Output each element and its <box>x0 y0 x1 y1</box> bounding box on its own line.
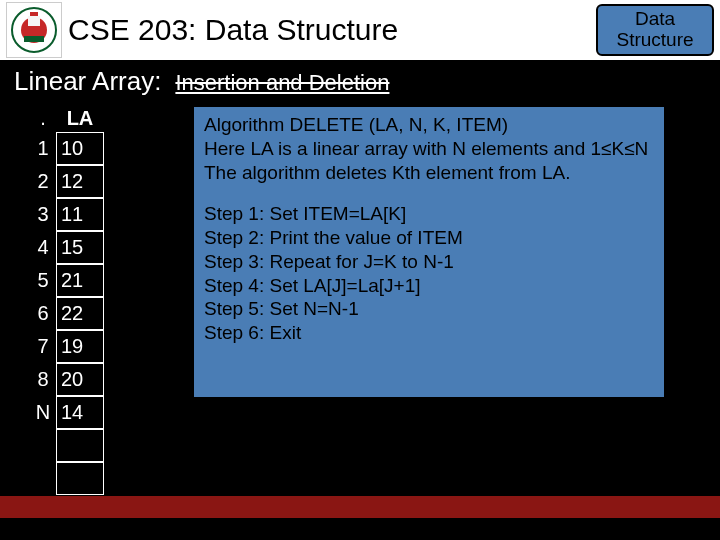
table-row: 6 22 <box>30 297 104 330</box>
algo-step: Step 1: Set ITEM=LA[K] <box>204 202 654 226</box>
value-cell: 10 <box>56 132 104 165</box>
content-area: . LA 1 10 2 12 3 11 4 15 5 21 6 22 7 19 <box>0 101 720 495</box>
index-cell: 4 <box>30 231 56 264</box>
index-cell <box>30 429 56 462</box>
index-cell: 8 <box>30 363 56 396</box>
index-cell: 3 <box>30 198 56 231</box>
index-cell: 7 <box>30 330 56 363</box>
svg-rect-4 <box>24 36 44 42</box>
index-cell: 2 <box>30 165 56 198</box>
index-cell: 6 <box>30 297 56 330</box>
course-title: CSE 203: Data Structure <box>68 13 398 47</box>
value-cell: 15 <box>56 231 104 264</box>
value-cell: 21 <box>56 264 104 297</box>
table-row: 7 19 <box>30 330 104 363</box>
table-row: 2 12 <box>30 165 104 198</box>
value-cell: 19 <box>56 330 104 363</box>
topic-badge: Data Structure <box>596 4 714 56</box>
table-row: 4 15 <box>30 231 104 264</box>
algo-line: Here LA is a linear array with N element… <box>204 137 654 161</box>
index-cell: 1 <box>30 132 56 165</box>
table-row <box>30 429 104 462</box>
index-cell <box>30 462 56 495</box>
table-row: 8 20 <box>30 363 104 396</box>
university-logo <box>6 2 62 58</box>
array-header-row: . LA <box>30 107 104 130</box>
algo-step: Step 4: Set LA[J]=La[J+1] <box>204 274 654 298</box>
value-cell <box>56 429 104 462</box>
value-cell: 22 <box>56 297 104 330</box>
algo-step: Step 3: Repeat for J=K to N-1 <box>204 250 654 274</box>
table-row: N 14 <box>30 396 104 429</box>
table-row: 3 11 <box>30 198 104 231</box>
svg-rect-3 <box>30 12 38 16</box>
index-header: . <box>30 107 56 130</box>
algorithm-box: Algorithm DELETE (LA, N, K, ITEM) Here L… <box>194 107 664 397</box>
slide-header: CSE 203: Data Structure Data Structure <box>0 0 720 60</box>
value-cell <box>56 462 104 495</box>
algorithm-steps: Step 1: Set ITEM=LA[K] Step 2: Print the… <box>204 202 654 345</box>
value-cell: 11 <box>56 198 104 231</box>
subheader: Linear Array: Insertion and Deletion <box>0 60 720 101</box>
algo-line: The algorithm deletes Kth element from L… <box>204 161 654 185</box>
logo-icon <box>10 6 58 54</box>
svg-rect-2 <box>28 16 40 26</box>
array-table: . LA 1 10 2 12 3 11 4 15 5 21 6 22 7 19 <box>30 107 104 495</box>
table-row: 1 10 <box>30 132 104 165</box>
subheader-label: Linear Array: <box>14 66 161 97</box>
algorithm-intro: Algorithm DELETE (LA, N, K, ITEM) Here L… <box>204 113 654 184</box>
subheader-topic: Insertion and Deletion <box>175 70 389 96</box>
algo-step: Step 6: Exit <box>204 321 654 345</box>
algo-step: Step 5: Set N=N-1 <box>204 297 654 321</box>
value-cell: 20 <box>56 363 104 396</box>
footer-bar <box>0 496 720 518</box>
value-header: LA <box>56 107 104 130</box>
table-row <box>30 462 104 495</box>
algo-line: Algorithm DELETE (LA, N, K, ITEM) <box>204 113 654 137</box>
algo-step: Step 2: Print the value of ITEM <box>204 226 654 250</box>
table-row: 5 21 <box>30 264 104 297</box>
index-cell: 5 <box>30 264 56 297</box>
value-cell: 14 <box>56 396 104 429</box>
value-cell: 12 <box>56 165 104 198</box>
index-cell: N <box>30 396 56 429</box>
